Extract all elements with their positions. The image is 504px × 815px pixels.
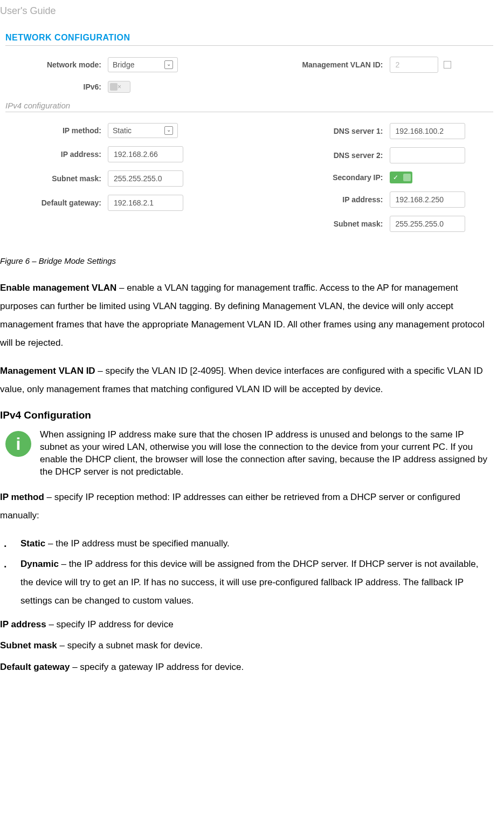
config-screenshot: NETWORK CONFIGURATION Network mode: Brid… [0, 28, 493, 245]
dns2-row: DNS server 2: [250, 147, 494, 163]
para-bold: Default gateway [0, 662, 70, 672]
info-text: When assigning IP address make sure that… [40, 429, 493, 478]
info-icon: i [5, 431, 31, 457]
ipv6-row: IPv6: × [5, 81, 493, 93]
info-icon-letter: i [16, 434, 21, 454]
ip-method-label: IP method: [5, 126, 108, 135]
para-gateway: Default gateway – specify a gateway IP a… [0, 660, 493, 674]
toggle-x-icon: × [118, 83, 123, 91]
figure-caption: Figure 6 – Bridge Mode Settings [0, 256, 493, 265]
ip2-label: IP address: [250, 195, 390, 204]
ip-method-row: IP method: Static ⌄ [5, 123, 250, 138]
para-enable-vlan: Enable management VLAN – enable a VLAN t… [0, 279, 493, 352]
network-mode-select[interactable]: Bridge ⌄ [108, 57, 178, 72]
ip2-input[interactable] [390, 191, 465, 208]
check-icon: ✓ [391, 174, 398, 181]
ipv4-subtitle: IPv4 configuration [5, 101, 493, 112]
page-header: User's Guide [0, 5, 493, 17]
bullet-text: – the IP address must be specified manua… [45, 538, 229, 549]
ipv4-heading: IPv4 Configuration [0, 409, 493, 421]
dns1-label: DNS server 1: [250, 127, 390, 135]
para-text: – specify IP reception method: IP addres… [0, 492, 460, 520]
ip-address-input[interactable] [108, 146, 183, 162]
para-bold: IP method [0, 492, 44, 502]
dns2-input[interactable] [390, 147, 465, 163]
toggle-slider [403, 174, 411, 181]
para-bold: Management VLAN ID [0, 366, 95, 376]
list-item-static: Static – the IP address must be specifie… [0, 535, 493, 553]
secondary-label: Secondary IP: [250, 173, 390, 182]
secondary-toggle[interactable]: ✓ [390, 172, 412, 183]
gateway-row: Default gateway: [5, 195, 250, 211]
dropdown-icon: ⌄ [164, 126, 173, 135]
para-text: – specify a gateway IP address for devic… [70, 662, 244, 672]
dropdown-icon: ⌄ [164, 60, 173, 69]
para-bold: Subnet mask [0, 640, 57, 650]
subnet-input[interactable] [108, 170, 183, 187]
para-vlan-id: Management VLAN ID – specify the VLAN ID… [0, 362, 493, 399]
bullet-text: – the IP address for this device will be… [20, 559, 478, 606]
ip-address-label: IP address: [5, 150, 108, 159]
gateway-input[interactable] [108, 195, 183, 211]
subnet2-label: Subnet mask: [250, 220, 390, 228]
bullet-list: Static – the IP address must be specifie… [0, 535, 493, 610]
dns2-label: DNS server 2: [250, 151, 390, 160]
ipv6-toggle[interactable]: × [108, 81, 130, 93]
vlan-checkbox[interactable] [444, 61, 451, 69]
ip-address-row: IP address: [5, 146, 250, 162]
toggle-slider [110, 83, 118, 91]
list-item-dynamic: Dynamic – the IP address for this device… [0, 555, 493, 610]
subnet-label: Subnet mask: [5, 174, 108, 183]
subnet2-input[interactable] [390, 216, 465, 232]
network-mode-row: Network mode: Bridge ⌄ [5, 57, 250, 73]
ip2-row: IP address: [250, 191, 494, 208]
vlan-input[interactable] [390, 57, 438, 73]
bullet-bold: Static [20, 538, 45, 549]
network-mode-value: Bridge [113, 60, 134, 69]
secondary-row: Secondary IP: ✓ [250, 172, 494, 183]
ip-method-value: Static [113, 126, 132, 135]
para-ip-method: IP method – specify IP reception method:… [0, 488, 493, 525]
para-bold: IP address [0, 619, 46, 629]
vlan-label: Management VLAN ID: [250, 60, 390, 69]
para-bold: Enable management VLAN [0, 283, 116, 293]
network-mode-label: Network mode: [5, 60, 108, 69]
dns1-row: DNS server 1: [250, 123, 494, 139]
para-subnet: Subnet mask – specify a subnet mask for … [0, 639, 493, 653]
ipv6-label: IPv6: [5, 83, 108, 91]
vlan-row: Management VLAN ID: [250, 57, 494, 73]
para-ip-address: IP address – specify IP address for devi… [0, 618, 493, 632]
dns1-input[interactable] [390, 123, 465, 139]
gateway-label: Default gateway: [5, 198, 108, 207]
para-text: – specify IP address for device [46, 619, 174, 629]
subnet2-row: Subnet mask: [250, 216, 494, 232]
info-box: i When assigning IP address make sure th… [0, 429, 493, 478]
bullet-bold: Dynamic [20, 559, 59, 569]
ip-method-select[interactable]: Static ⌄ [108, 123, 178, 138]
subnet-row: Subnet mask: [5, 170, 250, 187]
para-text: – specify a subnet mask for device. [57, 640, 203, 650]
section-title: NETWORK CONFIGURATION [5, 33, 493, 46]
